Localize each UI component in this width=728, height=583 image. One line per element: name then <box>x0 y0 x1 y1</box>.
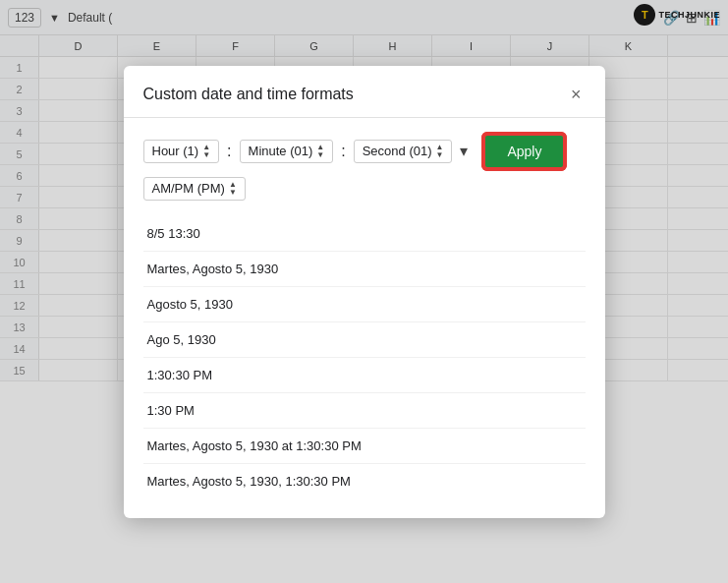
modal-header: Custom date and time formats × <box>124 66 605 118</box>
format-list: 8/5 13:30 Martes, Agosto 5, 1930 Agosto … <box>143 216 586 498</box>
ampm-spinner[interactable]: AM/PM (PM) ▲▼ <box>143 177 246 201</box>
format-item[interactable]: Ago 5, 1930 <box>143 322 586 358</box>
more-options-arrow[interactable]: ▾ <box>460 142 468 160</box>
format-item[interactable]: 1:30:30 PM <box>143 358 586 393</box>
ampm-row: AM/PM (PM) ▲▼ <box>143 177 586 201</box>
format-item[interactable]: 8/5 13:30 <box>143 216 586 252</box>
second-spinner[interactable]: Second (01) ▲▼ <box>354 140 453 163</box>
second-label: Second (01) <box>363 144 432 158</box>
modal-title: Custom date and time formats <box>143 86 354 103</box>
minute-label: Minute (01) <box>249 144 313 158</box>
apply-button[interactable]: Apply <box>483 134 565 169</box>
minute-arrows[interactable]: ▲▼ <box>316 144 324 159</box>
controls-row-time: Hour (1) ▲▼ : Minute (01) ▲▼ : Second (0… <box>143 134 586 169</box>
hour-arrows[interactable]: ▲▼ <box>202 144 210 159</box>
ampm-arrows[interactable]: ▲▼ <box>229 181 237 197</box>
hour-label: Hour (1) <box>152 144 199 158</box>
colon-separator-1: : <box>227 143 231 160</box>
format-item[interactable]: Martes, Agosto 5, 1930 <box>143 252 586 287</box>
colon-separator-2: : <box>341 143 345 160</box>
modal-body: Hour (1) ▲▼ : Minute (01) ▲▼ : Second (0… <box>124 118 605 518</box>
modal-dialog: Custom date and time formats × Hour (1) … <box>124 66 605 518</box>
format-item[interactable]: Martes, Agosto 5, 1930, 1:30:30 PM <box>143 464 586 498</box>
format-item[interactable]: 1:30 PM <box>143 393 586 429</box>
close-button[interactable]: × <box>567 84 586 105</box>
ampm-label: AM/PM (PM) <box>152 181 225 196</box>
format-item[interactable]: Agosto 5, 1930 <box>143 287 586 322</box>
hour-spinner[interactable]: Hour (1) ▲▼ <box>143 140 220 163</box>
second-arrows[interactable]: ▲▼ <box>436 144 444 159</box>
format-item[interactable]: Martes, Agosto 5, 1930 at 1:30:30 PM <box>143 429 586 464</box>
modal-backdrop: Custom date and time formats × Hour (1) … <box>0 0 728 583</box>
minute-spinner[interactable]: Minute (01) ▲▼ <box>240 140 334 163</box>
